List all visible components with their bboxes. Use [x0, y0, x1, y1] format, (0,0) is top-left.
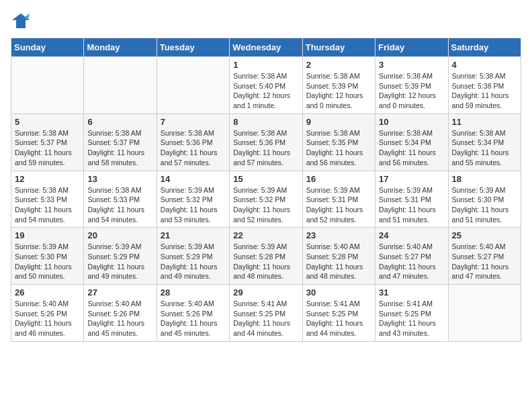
day-info: Sunrise: 5:38 AM Sunset: 5:37 PM Dayligh…	[87, 128, 152, 168]
day-number: 27	[87, 287, 152, 298]
day-info: Sunrise: 5:38 AM Sunset: 5:36 PM Dayligh…	[161, 128, 226, 168]
day-number: 29	[233, 287, 298, 298]
day-number: 12	[15, 174, 80, 184]
weekday-header: Tuesday	[157, 38, 229, 57]
calendar-cell: 9Sunrise: 5:38 AM Sunset: 5:35 PM Daylig…	[302, 113, 375, 171]
day-number: 9	[306, 117, 371, 127]
day-info: Sunrise: 5:39 AM Sunset: 5:29 PM Dayligh…	[161, 242, 226, 281]
day-number: 1	[233, 60, 298, 70]
day-number: 22	[233, 230, 298, 240]
calendar-cell: 27Sunrise: 5:40 AM Sunset: 5:26 PM Dayli…	[84, 285, 157, 342]
day-number: 19	[15, 230, 80, 240]
calendar-week-row: 1Sunrise: 5:38 AM Sunset: 5:40 PM Daylig…	[11, 57, 521, 114]
calendar-cell: 19Sunrise: 5:39 AM Sunset: 5:30 PM Dayli…	[11, 228, 84, 285]
calendar-cell: 26Sunrise: 5:40 AM Sunset: 5:26 PM Dayli…	[11, 285, 84, 342]
calendar-table: SundayMondayTuesdayWednesdayThursdayFrid…	[11, 38, 521, 342]
day-info: Sunrise: 5:39 AM Sunset: 5:29 PM Dayligh…	[87, 242, 152, 281]
calendar-cell: 10Sunrise: 5:38 AM Sunset: 5:34 PM Dayli…	[375, 113, 448, 171]
day-number: 4	[452, 60, 517, 70]
calendar-cell: 7Sunrise: 5:38 AM Sunset: 5:36 PM Daylig…	[157, 113, 229, 171]
day-info: Sunrise: 5:38 AM Sunset: 5:33 PM Dayligh…	[87, 185, 152, 225]
day-number: 26	[15, 287, 80, 298]
day-info: Sunrise: 5:39 AM Sunset: 5:32 PM Dayligh…	[233, 185, 298, 225]
weekday-header: Saturday	[448, 38, 521, 57]
day-number: 28	[161, 287, 226, 298]
day-info: Sunrise: 5:40 AM Sunset: 5:28 PM Dayligh…	[306, 242, 371, 281]
calendar-cell: 3Sunrise: 5:38 AM Sunset: 5:39 PM Daylig…	[375, 57, 448, 114]
day-number: 11	[452, 117, 517, 127]
calendar-cell: 29Sunrise: 5:41 AM Sunset: 5:25 PM Dayli…	[230, 285, 302, 342]
calendar-cell	[11, 57, 84, 114]
weekday-header: Wednesday	[230, 38, 302, 57]
calendar-cell: 13Sunrise: 5:38 AM Sunset: 5:33 PM Dayli…	[84, 171, 157, 228]
calendar-cell: 23Sunrise: 5:40 AM Sunset: 5:28 PM Dayli…	[302, 228, 375, 285]
day-number: 3	[379, 60, 444, 70]
calendar-cell: 12Sunrise: 5:38 AM Sunset: 5:33 PM Dayli…	[11, 171, 84, 228]
day-number: 18	[452, 174, 517, 184]
day-info: Sunrise: 5:41 AM Sunset: 5:25 PM Dayligh…	[233, 299, 298, 338]
calendar-cell: 20Sunrise: 5:39 AM Sunset: 5:29 PM Dayli…	[84, 228, 157, 285]
day-info: Sunrise: 5:40 AM Sunset: 5:26 PM Dayligh…	[161, 299, 226, 338]
calendar-cell	[157, 57, 229, 114]
calendar-cell: 16Sunrise: 5:39 AM Sunset: 5:31 PM Dayli…	[302, 171, 375, 228]
calendar-cell	[84, 57, 157, 114]
calendar-cell: 31Sunrise: 5:41 AM Sunset: 5:25 PM Dayli…	[375, 285, 448, 342]
day-info: Sunrise: 5:40 AM Sunset: 5:27 PM Dayligh…	[379, 242, 444, 281]
calendar-cell: 8Sunrise: 5:38 AM Sunset: 5:36 PM Daylig…	[230, 113, 302, 171]
day-info: Sunrise: 5:38 AM Sunset: 5:36 PM Dayligh…	[233, 128, 298, 168]
day-number: 23	[306, 230, 371, 240]
calendar-cell: 15Sunrise: 5:39 AM Sunset: 5:32 PM Dayli…	[230, 171, 302, 228]
calendar-cell: 25Sunrise: 5:40 AM Sunset: 5:27 PM Dayli…	[448, 228, 521, 285]
day-number: 31	[379, 287, 444, 298]
day-info: Sunrise: 5:38 AM Sunset: 5:34 PM Dayligh…	[452, 128, 517, 168]
calendar-cell: 6Sunrise: 5:38 AM Sunset: 5:37 PM Daylig…	[84, 113, 157, 171]
calendar-cell: 22Sunrise: 5:39 AM Sunset: 5:28 PM Dayli…	[230, 228, 302, 285]
weekday-header: Friday	[375, 38, 448, 57]
day-info: Sunrise: 5:39 AM Sunset: 5:28 PM Dayligh…	[233, 242, 298, 281]
calendar-cell: 30Sunrise: 5:41 AM Sunset: 5:25 PM Dayli…	[302, 285, 375, 342]
day-info: Sunrise: 5:38 AM Sunset: 5:37 PM Dayligh…	[15, 128, 80, 168]
day-info: Sunrise: 5:38 AM Sunset: 5:33 PM Dayligh…	[15, 185, 80, 225]
calendar-cell: 4Sunrise: 5:38 AM Sunset: 5:38 PM Daylig…	[448, 57, 521, 114]
day-number: 6	[87, 117, 152, 127]
weekday-header: Sunday	[11, 38, 84, 57]
day-info: Sunrise: 5:39 AM Sunset: 5:30 PM Dayligh…	[452, 185, 517, 225]
weekday-header: Monday	[84, 38, 157, 57]
day-info: Sunrise: 5:38 AM Sunset: 5:35 PM Dayligh…	[306, 128, 371, 168]
day-info: Sunrise: 5:40 AM Sunset: 5:26 PM Dayligh…	[15, 299, 80, 338]
calendar-cell: 11Sunrise: 5:38 AM Sunset: 5:34 PM Dayli…	[448, 113, 521, 171]
day-number: 17	[379, 174, 444, 184]
logo-icon	[11, 11, 31, 30]
day-number: 20	[87, 230, 152, 240]
day-info: Sunrise: 5:39 AM Sunset: 5:31 PM Dayligh…	[379, 185, 444, 225]
day-number: 25	[452, 230, 517, 240]
calendar-week-row: 19Sunrise: 5:39 AM Sunset: 5:30 PM Dayli…	[11, 228, 521, 285]
day-info: Sunrise: 5:38 AM Sunset: 5:34 PM Dayligh…	[379, 128, 444, 168]
calendar-cell: 14Sunrise: 5:39 AM Sunset: 5:32 PM Dayli…	[157, 171, 229, 228]
day-number: 5	[15, 117, 80, 127]
calendar-cell: 17Sunrise: 5:39 AM Sunset: 5:31 PM Dayli…	[375, 171, 448, 228]
day-info: Sunrise: 5:39 AM Sunset: 5:32 PM Dayligh…	[161, 185, 226, 225]
day-number: 24	[379, 230, 444, 240]
logo	[11, 11, 34, 30]
weekday-header: Thursday	[302, 38, 375, 57]
calendar-week-row: 26Sunrise: 5:40 AM Sunset: 5:26 PM Dayli…	[11, 285, 521, 342]
day-number: 30	[306, 287, 371, 298]
day-number: 15	[233, 174, 298, 184]
calendar-cell: 1Sunrise: 5:38 AM Sunset: 5:40 PM Daylig…	[230, 57, 302, 114]
calendar-cell: 28Sunrise: 5:40 AM Sunset: 5:26 PM Dayli…	[157, 285, 229, 342]
day-number: 10	[379, 117, 444, 127]
calendar-cell: 24Sunrise: 5:40 AM Sunset: 5:27 PM Dayli…	[375, 228, 448, 285]
page-header	[11, 11, 521, 30]
day-info: Sunrise: 5:39 AM Sunset: 5:30 PM Dayligh…	[15, 242, 80, 281]
day-info: Sunrise: 5:38 AM Sunset: 5:39 PM Dayligh…	[306, 71, 371, 111]
calendar-cell: 18Sunrise: 5:39 AM Sunset: 5:30 PM Dayli…	[448, 171, 521, 228]
day-number: 8	[233, 117, 298, 127]
day-number: 21	[161, 230, 226, 240]
day-info: Sunrise: 5:40 AM Sunset: 5:27 PM Dayligh…	[452, 242, 517, 281]
calendar-week-row: 5Sunrise: 5:38 AM Sunset: 5:37 PM Daylig…	[11, 113, 521, 171]
day-number: 13	[87, 174, 152, 184]
day-info: Sunrise: 5:41 AM Sunset: 5:25 PM Dayligh…	[379, 299, 444, 338]
calendar-cell	[448, 285, 521, 342]
day-number: 7	[161, 117, 226, 127]
